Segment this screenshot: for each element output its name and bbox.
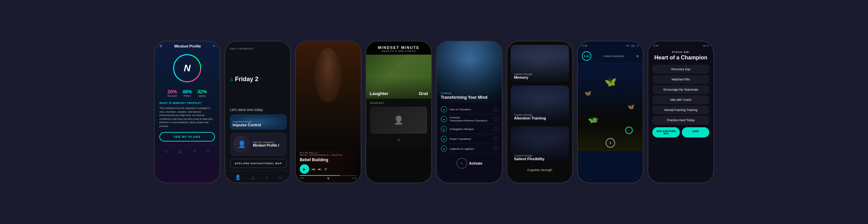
playlist-item-2[interactable]: ▶ Formula: Transcend+Perform+Transform — [441, 114, 498, 124]
play-circle-2[interactable]: ▶ — [441, 116, 447, 122]
mindset-person-image: 👤 — [370, 107, 427, 134]
play-circle-3[interactable]: ▶ — [441, 126, 447, 132]
attention-info: Cognitive Strength Attention Training — [514, 114, 546, 120]
memory-badge: Cognitive Strength — [514, 73, 532, 75]
target-circle — [625, 127, 633, 134]
playlist-item-4[interactable]: ▶ Power Transitions — [441, 134, 498, 144]
nav2-person-icon[interactable]: 👤 — [235, 174, 241, 180]
stat-prime-label: Prime — [182, 94, 192, 97]
pause-button[interactable]: ⏸ — [606, 138, 615, 148]
nav-circle-icon[interactable]: ○ — [193, 148, 196, 153]
stat-focused: 20% focused — [167, 89, 177, 97]
fast-forward-icon[interactable]: ⏭ — [318, 167, 321, 171]
chevron-down-icon[interactable]: ∨ — [327, 174, 330, 181]
portrait-info: RITTA KELLY MODEL / ENTREPRENEUR / CREAT… — [300, 152, 357, 162]
game-header: 3:18 ▪▪▪ )))) ▪▪ — [578, 41, 643, 50]
stat-prime: 48% Prime — [182, 89, 192, 97]
audio-controls: ▶ ⏮ ⏭ ↺ — [300, 164, 357, 174]
close-x-icon[interactable]: ✕ — [636, 54, 639, 58]
cog-card-memory[interactable]: Cognitive Strength Memory — [511, 45, 569, 82]
nav-triangle-icon[interactable]: △ — [178, 148, 182, 153]
play-circle-4[interactable]: ▶ — [441, 136, 447, 142]
butterfly-area[interactable]: 🦋 🦋 🦋 🦋 🦋 ⏸ — [578, 63, 643, 151]
memory-title: Memory — [514, 75, 532, 79]
playlist-check-2[interactable] — [494, 117, 498, 121]
memory-info: Cognitive Strength Memory — [514, 73, 532, 79]
explore-btn[interactable]: EXPLORE NAVIGATIONAL MAP — [230, 159, 287, 168]
playlist-title-2: Formula: Transcend+Perform+Transform — [450, 116, 491, 122]
signal-bars-7: ▪▪▪ — [626, 44, 629, 47]
total-time: 6:00 — [352, 177, 357, 179]
bottom-action-row: ADD ANOTHER WIN SAVE — [652, 127, 709, 137]
playlist-items: ▶ Intro to Transform ▶ Formula: Transcen… — [437, 102, 502, 156]
playlist-item-5[interactable]: ▶ Legends & Legacies — [441, 144, 498, 154]
nav2-circle-icon[interactable]: ○ — [265, 174, 268, 180]
chevron-left-icon[interactable]: ‹ — [370, 136, 427, 144]
play-button[interactable]: ▶ — [300, 164, 309, 174]
playlist-check-1[interactable] — [494, 107, 498, 111]
salient-info: Cognitive Strength Salient Flexibility — [514, 154, 545, 161]
nav-square-icon[interactable]: □ — [207, 148, 210, 153]
screen-butterfly-game: 3:18 ▪▪▪ )))) ▪▪ 0:42 Collect Butterflie… — [577, 41, 644, 183]
playlist-check-3[interactable] — [494, 127, 498, 131]
playlist-item-3[interactable]: ▶ A Megatron Mindset — [441, 124, 498, 134]
save-button[interactable]: SAVE — [682, 127, 709, 137]
win-item-3[interactable]: Met with Coach — [652, 95, 709, 104]
add-win-button[interactable]: ADD ANOTHER WIN — [652, 127, 680, 137]
workout-card-impulse[interactable]: Cognitive Strength Impulse Control — [230, 114, 287, 130]
signal-8: ▪▪▪ — [703, 44, 706, 47]
audio-progress-fill — [300, 175, 340, 176]
playlist-check-5[interactable] — [494, 147, 498, 151]
timer-circle: 0:42 — [582, 51, 591, 61]
mindset-header: MINDSET MINUTE HEALTH & WELLNESS — [366, 41, 431, 55]
mindset-subtitle: HEALTH & WELLNESS — [366, 50, 431, 53]
rewind-icon[interactable]: ⏮ — [312, 167, 315, 171]
screen-mindset-profile: ⚙ Mindset Profile ▪▪ N 20% focused 48 — [154, 41, 220, 183]
person-silhouette: 👤 — [394, 115, 404, 125]
impulse-badge: Cognitive Strength — [233, 120, 284, 123]
football-title: Transforming Your Mind — [441, 95, 498, 100]
stack-wins-text: Let's stack wins today. — [225, 108, 291, 114]
screen1-title: Mindset Profile — [174, 44, 201, 48]
face-silhouette — [315, 48, 342, 102]
win-item-1[interactable]: Watched Film — [652, 75, 709, 84]
butterfly-4[interactable]: 🦋 — [588, 116, 596, 124]
stat-focused-value: 20% — [167, 89, 177, 94]
nav-home-icon[interactable]: ⌂ — [165, 148, 167, 153]
activate-label: Activate — [469, 162, 482, 165]
football-overlay: Challenge Transforming Your Mind — [437, 89, 502, 102]
timer-value: 0:42 — [584, 55, 589, 58]
stat-alpha-value: 32% — [197, 89, 207, 94]
butterfly-1[interactable]: 🦋 — [585, 90, 591, 96]
gear-icon[interactable]: ⚙ — [159, 44, 162, 48]
nav2-triangle-icon[interactable]: △ — [251, 174, 255, 180]
win-item-0[interactable]: Recovery Day — [652, 65, 709, 74]
laughter-label: Laughter — [370, 91, 389, 96]
nav2-square-icon[interactable]: □ — [279, 174, 281, 180]
stat-alpha-label: alpha — [197, 94, 207, 97]
play-circle-5[interactable]: ▶ — [441, 146, 447, 152]
cog-card-salient[interactable]: Cognitive Strength Salient Flexibility — [511, 126, 569, 164]
playlist-item-1[interactable]: ▶ Intro to Transform — [441, 105, 498, 114]
cog-card-attention[interactable]: Cognitive Strength Attention Training — [511, 86, 569, 123]
repeat-icon[interactable]: ↺ — [324, 167, 327, 171]
logo-n-letter: N — [184, 63, 191, 74]
activate-button[interactable]: ‹ Activate — [441, 158, 498, 169]
impulse-title: Impulse Control — [233, 123, 284, 127]
stat-alpha: 32% alpha — [197, 89, 207, 97]
mindset-title: Mindset Profile I — [253, 144, 279, 147]
butterfly-2[interactable]: 🦋 — [628, 104, 634, 110]
play-circle-1[interactable]: ▶ — [441, 106, 447, 112]
dragonfly-icon: 🦋 — [605, 76, 616, 88]
win-item-2[interactable]: Encourage My Teammate — [652, 85, 709, 94]
see-plans-button[interactable]: SEE MY PLANS — [159, 132, 215, 142]
win-item-5[interactable]: Practice Hard Today — [652, 116, 709, 125]
playlist-title-5: Legends & Legacies — [450, 147, 491, 150]
win-item-4[interactable]: Mental Framing Training — [652, 106, 709, 114]
grat-label: Grat — [419, 91, 428, 96]
playlist-check-4[interactable] — [494, 137, 498, 141]
battery-8: ▪▪ — [707, 44, 709, 47]
profile-description: This individual has the capacity to navi… — [155, 107, 220, 132]
workout-card-mindset[interactable]: 👤 MENTAL FRAMING Mindset Profile I — [230, 132, 287, 156]
portrait-face-bg — [296, 41, 361, 150]
